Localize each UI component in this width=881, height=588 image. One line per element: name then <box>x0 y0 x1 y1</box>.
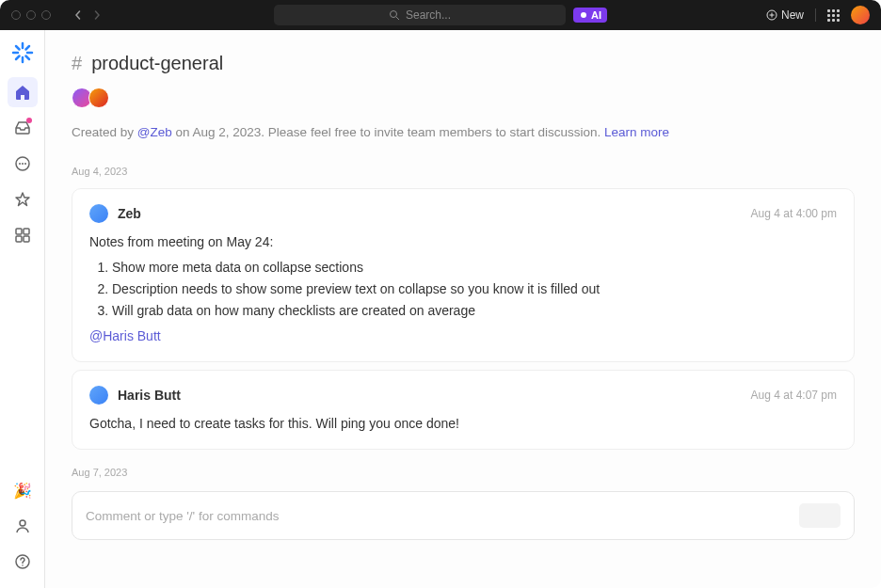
inbox-icon[interactable] <box>8 113 38 143</box>
message-author: Haris Butt <box>118 388 181 403</box>
message-timestamp: Aug 4 at 4:00 pm <box>751 207 837 220</box>
svg-line-1 <box>396 17 399 20</box>
new-label: New <box>781 8 804 22</box>
close-window[interactable] <box>11 10 21 20</box>
svg-point-16 <box>22 163 24 165</box>
creator-mention[interactable]: @Zeb <box>137 125 172 139</box>
apps-grid-icon[interactable] <box>827 9 840 22</box>
svg-line-12 <box>16 56 20 60</box>
help-icon[interactable] <box>8 547 38 577</box>
message-body: Notes from meeting on May 24: Show more … <box>89 232 837 346</box>
search-area: Search... AI <box>274 5 607 25</box>
channel-title: product-general <box>91 53 223 74</box>
home-icon[interactable] <box>8 77 38 107</box>
mention-link[interactable]: @Haris Butt <box>89 326 837 346</box>
main-layout: 🎉 # product-general Created by @Zeb on A… <box>0 30 881 588</box>
hash-icon: # <box>72 53 82 74</box>
composer-placeholder: Comment or type '/' for commands <box>86 509 799 523</box>
message-list: Show more meta data on collapse sections… <box>89 258 837 321</box>
ai-button[interactable]: AI <box>573 8 607 23</box>
svg-point-15 <box>19 163 21 165</box>
svg-line-13 <box>25 46 29 50</box>
svg-point-2 <box>581 12 586 18</box>
message-card: Haris Butt Aug 4 at 4:07 pm Gotcha, I ne… <box>72 370 855 450</box>
svg-rect-21 <box>24 236 29 242</box>
search-icon <box>389 9 400 21</box>
list-item: Will grab data on how many checklists ar… <box>112 301 837 321</box>
titlebar: Search... AI New <box>0 0 881 30</box>
upgrade-icon[interactable]: 🎉 <box>8 475 38 505</box>
notification-dot <box>26 118 32 123</box>
author-avatar[interactable] <box>89 386 108 405</box>
svg-line-10 <box>16 46 20 50</box>
svg-rect-19 <box>24 229 29 234</box>
content-area: # product-general Created by @Zeb on Aug… <box>45 30 881 588</box>
user-avatar[interactable] <box>851 6 870 24</box>
created-suffix: on Aug 2, 2023. Please feel free to invi… <box>172 125 604 139</box>
minimize-window[interactable] <box>26 10 36 20</box>
svg-point-0 <box>390 11 396 18</box>
learn-more-link[interactable]: Learn more <box>604 125 669 139</box>
message-body: Gotcha, I need to create tasks for this.… <box>89 414 837 434</box>
channel-description: Created by @Zeb on Aug 2, 2023. Please f… <box>72 125 855 139</box>
channel-header: # product-general <box>72 53 855 74</box>
window-controls <box>11 10 51 20</box>
nav-back-icon[interactable] <box>73 10 83 20</box>
svg-point-17 <box>24 163 26 165</box>
svg-point-22 <box>20 520 25 526</box>
titlebar-right: New <box>766 6 870 24</box>
list-item: Show more meta data on collapse sections <box>112 258 837 278</box>
message-header: Zeb Aug 4 at 4:00 pm <box>89 204 837 223</box>
svg-rect-18 <box>16 229 22 234</box>
comment-composer[interactable]: Comment or type '/' for commands <box>72 491 855 540</box>
new-button[interactable]: New <box>766 8 804 22</box>
date-divider: Aug 7, 2023 <box>72 467 855 478</box>
message-timestamp: Aug 4 at 4:07 pm <box>751 389 837 402</box>
ai-label: AI <box>591 9 601 21</box>
message-text: Notes from meeting on May 24: <box>89 232 837 252</box>
send-button[interactable] <box>799 503 841 528</box>
sidebar: 🎉 <box>0 30 45 588</box>
star-icon[interactable] <box>8 184 38 215</box>
more-icon[interactable] <box>8 149 38 179</box>
list-item: Description needs to show some preview t… <box>112 279 837 299</box>
dashboard-icon[interactable] <box>8 220 38 250</box>
people-icon[interactable] <box>8 511 38 541</box>
search-placeholder: Search... <box>406 8 451 22</box>
maximize-window[interactable] <box>41 10 51 20</box>
member-avatar <box>88 87 109 108</box>
svg-point-24 <box>22 564 24 566</box>
member-avatars[interactable] <box>72 87 855 108</box>
plus-circle-icon <box>766 9 777 21</box>
sparkle-icon <box>579 10 588 20</box>
message-card: Zeb Aug 4 at 4:00 pm Notes from meeting … <box>72 188 855 362</box>
nav-arrows <box>73 10 102 20</box>
search-input[interactable]: Search... <box>274 5 566 25</box>
message-author: Zeb <box>118 206 141 221</box>
app-logo-icon[interactable] <box>11 41 34 64</box>
message-header: Haris Butt Aug 4 at 4:07 pm <box>89 386 837 405</box>
sidebar-bottom: 🎉 <box>8 475 38 588</box>
svg-line-11 <box>25 56 29 60</box>
author-avatar[interactable] <box>89 204 108 223</box>
date-divider: Aug 4, 2023 <box>72 166 855 177</box>
created-prefix: Created by <box>72 125 137 139</box>
nav-forward-icon[interactable] <box>92 10 102 20</box>
svg-rect-20 <box>16 236 22 242</box>
divider <box>815 8 816 22</box>
